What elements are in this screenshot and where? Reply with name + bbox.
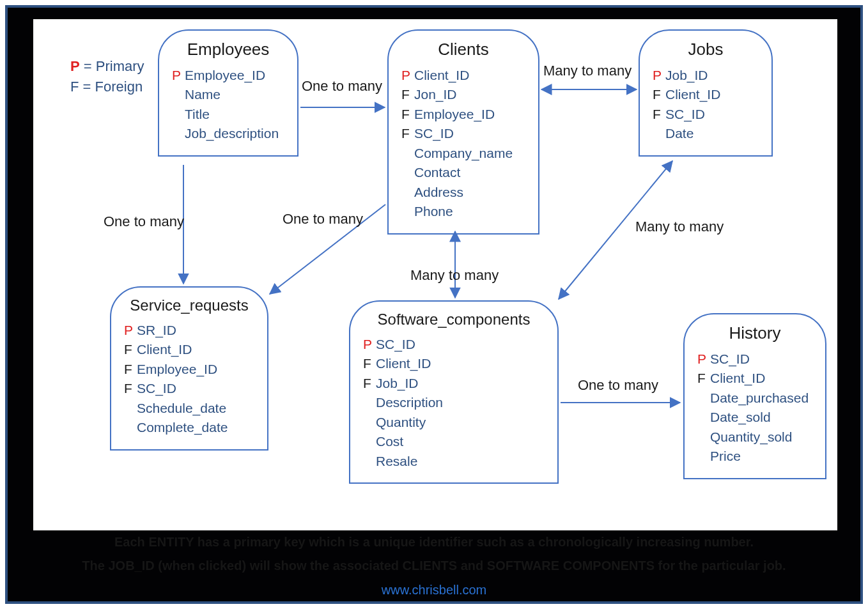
attribute-name: Cost [376, 432, 403, 451]
attribute-row: Quantity [363, 413, 545, 432]
no-key-marker [363, 432, 376, 451]
attribute-name: Job_ID [665, 66, 708, 85]
entity-title: History [697, 323, 812, 343]
attribute-name: SC_ID [376, 335, 415, 354]
attribute-name: Client_ID [376, 354, 431, 373]
attribute-name: SC_ID [414, 124, 454, 143]
attribute-name: Employee_ID [137, 360, 217, 379]
legend-pk-letter: P [70, 58, 80, 74]
entity-title: Software_components [363, 311, 545, 328]
attribute-name: Quantity_sold [710, 428, 792, 447]
attribute-row: FSC_ID [653, 105, 759, 124]
legend-fk-label: = Foreign [79, 79, 143, 95]
attribute-name: Company_name [414, 144, 513, 163]
no-key-marker [363, 413, 376, 432]
attribute-row: PSR_ID [124, 321, 254, 340]
no-key-marker [363, 393, 376, 412]
attribute-name: Complete_date [137, 418, 228, 437]
diagram-canvas: P = Primary F = Foreign Employees PEmplo… [33, 19, 837, 530]
no-key-marker [697, 389, 710, 408]
foreign-key-marker: F [401, 85, 414, 104]
attribute-row: PSC_ID [363, 335, 545, 354]
no-key-marker [401, 202, 414, 221]
no-key-marker [401, 144, 414, 163]
attribute-name: Job_ID [376, 374, 419, 393]
attribute-row: Price [697, 447, 812, 466]
foreign-key-marker: F [124, 360, 137, 379]
attribute-row: FJon_ID [401, 85, 525, 104]
foreign-key-marker: F [653, 85, 665, 104]
attribute-name: SC_ID [137, 379, 176, 398]
attribute-name: Client_ID [414, 66, 469, 85]
attribute-row: Date_purchased [697, 389, 812, 408]
attribute-name: SC_ID [710, 350, 750, 369]
attribute-name: Client_ID [710, 369, 765, 388]
attribute-row: PSC_ID [697, 350, 812, 369]
no-key-marker [172, 105, 185, 124]
attribute-name: Schedule_date [137, 399, 226, 418]
attribute-row: PJob_ID [653, 66, 759, 85]
attribute-row: Complete_date [124, 418, 254, 437]
primary-key-marker: P [697, 350, 710, 369]
attribute-name: Quantity [376, 413, 426, 432]
entity-title: Service_requests [124, 297, 254, 314]
no-key-marker [697, 428, 710, 447]
rel-jobs-sc: Many to many [635, 219, 724, 235]
attribute-row: FClient_ID [653, 85, 759, 104]
entity-title: Employees [172, 40, 284, 59]
no-key-marker [172, 85, 185, 104]
attribute-name: Address [414, 183, 463, 202]
entity-clients: Clients PClient_IDFJon_IDFEmployee_IDFSC… [387, 29, 539, 235]
attribute-row: Cost [363, 432, 545, 451]
attribute-name: Description [376, 393, 443, 412]
attribute-name: Client_ID [137, 340, 192, 359]
foreign-key-marker: F [124, 379, 137, 398]
diagram-frame: P = Primary F = Foreign Employees PEmplo… [5, 5, 863, 604]
attribute-row: FJob_ID [363, 374, 545, 393]
no-key-marker [697, 447, 710, 466]
no-key-marker [401, 163, 414, 182]
attribute-name: Name [185, 85, 221, 104]
entity-employees: Employees PEmployee_IDNameTitleJob_descr… [158, 29, 298, 157]
attribute-row: Date [653, 124, 759, 143]
rel-sc-history: One to many [578, 377, 658, 394]
footer-line-1: Each ENTITY has a primary key which is a… [8, 535, 860, 550]
attribute-name: Date [665, 124, 694, 143]
attribute-row: FClient_ID [124, 340, 254, 359]
attribute-name: SC_ID [665, 105, 705, 124]
no-key-marker [124, 418, 137, 437]
attribute-name: Title [185, 105, 210, 124]
attribute-row: Description [363, 393, 545, 412]
rel-emp-clients: One to many [302, 78, 382, 95]
rel-emp-sr: One to many [104, 213, 184, 230]
legend: P = Primary F = Foreign [70, 56, 144, 97]
attribute-row: Resale [363, 452, 545, 471]
attribute-row: FClient_ID [363, 354, 545, 373]
entity-history: History PSC_IDFClient_IDDate_purchasedDa… [683, 313, 826, 479]
primary-key-marker: P [653, 66, 665, 85]
entity-jobs: Jobs PJob_IDFClient_IDFSC_IDDate [639, 29, 773, 157]
entity-service-requests: Service_requests PSR_IDFClient_IDFEmploy… [110, 286, 268, 451]
foreign-key-marker: F [363, 354, 376, 373]
attribute-row: FEmployee_ID [401, 105, 525, 124]
entity-title: Jobs [653, 40, 759, 59]
attribute-name: Date_sold [710, 408, 771, 427]
attribute-row: FClient_ID [697, 369, 812, 388]
no-key-marker [653, 124, 665, 143]
foreign-key-marker: F [124, 340, 137, 359]
primary-key-marker: P [363, 335, 376, 354]
attribute-name: Contact [414, 163, 460, 182]
legend-pk-label: = Primary [80, 58, 144, 74]
footer-link[interactable]: www.chrisbell.com [8, 583, 860, 597]
attribute-name: Price [710, 447, 741, 466]
attribute-row: PClient_ID [401, 66, 525, 85]
attribute-name: Employee_ID [185, 66, 265, 85]
rel-clients-jobs: Many to many [543, 63, 632, 79]
attribute-row: Company_name [401, 144, 525, 163]
attribute-row: Date_sold [697, 408, 812, 427]
attribute-row: Title [172, 105, 284, 124]
no-key-marker [124, 399, 137, 418]
no-key-marker [172, 124, 185, 143]
attribute-row: Contact [401, 163, 525, 182]
attribute-row: FSC_ID [124, 379, 254, 398]
